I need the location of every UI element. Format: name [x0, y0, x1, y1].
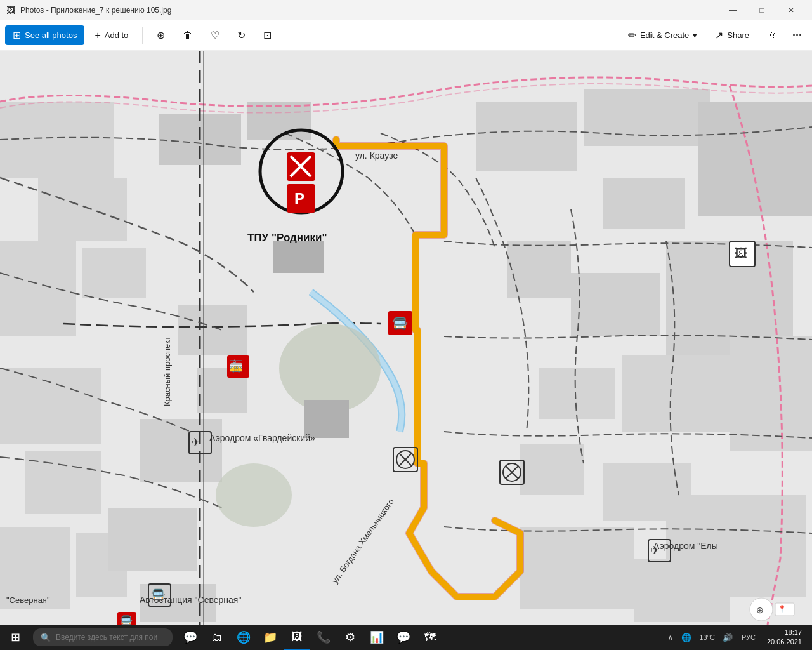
taskbar-apps: 💬 🗂 🌐 📁 🖼 📞 ⚙ 📊 💬 🗺 — [178, 625, 443, 650]
print-icon: 🖨 — [767, 30, 777, 41]
svg-text:🚋: 🚋 — [229, 359, 244, 373]
tray-volume[interactable]: 🔊 — [720, 632, 735, 644]
zoom-in-icon: ⊕ — [157, 29, 165, 41]
svg-text:🖼: 🖼 — [735, 246, 747, 260]
add-icon: + — [95, 30, 100, 41]
svg-text:🚍: 🚍 — [392, 315, 408, 331]
svg-rect-14 — [108, 508, 197, 571]
taskbar-app-cortana[interactable]: 💬 — [178, 625, 203, 650]
rotate-button[interactable]: ↻ — [230, 25, 253, 45]
svg-text:⊕: ⊕ — [756, 605, 764, 615]
svg-text:Аэродром «Гвардейский»: Аэродром «Гвардейский» — [209, 433, 315, 443]
delete-button[interactable]: 🗑 — [175, 26, 200, 45]
add-to-label: Add to — [105, 30, 129, 40]
svg-rect-30 — [634, 559, 730, 622]
svg-text:ТПУ "Родники": ТПУ "Родники" — [247, 232, 327, 244]
share-icon: ↗ — [715, 29, 723, 41]
crop-icon: ⊡ — [263, 29, 272, 41]
favorite-button[interactable]: ♡ — [203, 25, 227, 45]
see-all-photos-label: See all photos — [25, 30, 77, 40]
search-input[interactable] — [56, 633, 157, 642]
share-label: Share — [727, 30, 749, 40]
edit-create-button[interactable]: ✏ Edit & Create ▾ — [620, 25, 705, 45]
map-container: Красный проспект ул. Краузе ТПУ "Родники… — [0, 51, 812, 625]
svg-text:Красный проспект: Красный проспект — [162, 336, 172, 406]
heart-icon: ♡ — [211, 29, 219, 41]
photos-icon: ⊞ — [13, 29, 21, 41]
svg-rect-2 — [38, 178, 127, 241]
svg-text:🚍: 🚍 — [151, 588, 166, 602]
tray-clock[interactable]: 18:17 20.06.2021 — [762, 628, 807, 647]
taskbar-app-maps[interactable]: 🗺 — [417, 625, 443, 650]
edit-chevron-icon: ▾ — [693, 30, 697, 40]
svg-rect-21 — [571, 273, 660, 336]
zoom-in-button[interactable]: ⊕ — [149, 25, 173, 45]
delete-icon: 🗑 — [183, 30, 193, 41]
svg-rect-5 — [0, 368, 102, 444]
svg-rect-3 — [0, 241, 76, 336]
taskbar-app-filemanager[interactable]: 📁 — [258, 625, 283, 650]
tray-temperature: 13°C — [697, 632, 717, 642]
crop-button[interactable]: ⊡ — [256, 25, 279, 45]
svg-rect-29 — [520, 527, 634, 609]
svg-rect-35 — [273, 241, 324, 273]
window-title: Photos - Приложение_7 к решению 105.jpg — [20, 6, 171, 15]
svg-rect-19 — [603, 178, 685, 229]
taskbar-app-chrome[interactable]: 🌐 — [231, 625, 256, 650]
svg-text:📍: 📍 — [778, 604, 787, 613]
edit-icon: ✏ — [628, 29, 636, 41]
start-button[interactable]: ⊞ — [0, 625, 30, 650]
svg-rect-18 — [698, 102, 812, 216]
svg-rect-13 — [140, 419, 222, 482]
more-button[interactable]: ··· — [787, 26, 807, 44]
share-button[interactable]: ↗ Share — [707, 25, 757, 45]
svg-rect-6 — [25, 451, 102, 514]
taskbar-app-whatsapp[interactable]: 💬 — [391, 625, 416, 650]
svg-rect-23 — [539, 368, 615, 419]
svg-rect-17 — [584, 89, 710, 146]
svg-point-34 — [216, 463, 292, 527]
tray-time: 18:17 — [784, 628, 802, 637]
svg-rect-25 — [730, 336, 812, 451]
minimize-button[interactable]: — — [718, 0, 747, 20]
taskbar-app-excel[interactable]: 📊 — [364, 625, 390, 650]
tray-chevron[interactable]: ∧ — [665, 632, 676, 644]
toolbar-separator — [142, 27, 143, 44]
svg-text:✈: ✈ — [191, 436, 200, 449]
svg-text:✈: ✈ — [650, 544, 660, 557]
svg-rect-26 — [520, 444, 584, 495]
tray-network[interactable]: 🌐 — [679, 632, 694, 644]
svg-text:"Северная": "Северная" — [6, 595, 50, 605]
taskbar-app-explorer[interactable]: 🗂 — [204, 625, 230, 650]
svg-text:Аэродром "Елы: Аэродром "Елы — [653, 541, 718, 551]
taskbar-app-skype[interactable]: 📞 — [311, 625, 336, 650]
tray-language[interactable]: РУС — [738, 632, 759, 642]
svg-rect-24 — [622, 355, 736, 432]
title-bar: 🖼 Photos - Приложение_7 к решению 105.jp… — [0, 0, 812, 20]
taskbar-app-photos[interactable]: 🖼 — [284, 625, 310, 650]
search-icon: 🔍 — [41, 633, 51, 642]
svg-point-33 — [279, 324, 381, 413]
svg-text:🚍: 🚍 — [120, 614, 133, 625]
svg-rect-4 — [82, 248, 146, 298]
toolbar: ⊞ See all photos + Add to ⊕ 🗑 ♡ ↻ ⊡ ✏ Ed… — [0, 20, 812, 51]
map-image: Красный проспект ул. Краузе ТПУ "Родники… — [0, 51, 812, 625]
window-controls: — □ ✕ — [718, 0, 806, 20]
svg-rect-11 — [178, 305, 247, 355]
print-button[interactable]: 🖨 — [759, 26, 785, 45]
svg-text:P: P — [294, 190, 304, 207]
see-all-photos-button[interactable]: ⊞ See all photos — [5, 25, 84, 45]
svg-rect-36 — [304, 400, 349, 438]
svg-rect-16 — [476, 102, 577, 171]
taskbar-app-settings[interactable]: ⚙ — [337, 625, 363, 650]
add-to-button[interactable]: + Add to — [87, 26, 136, 45]
title-left: 🖼 Photos - Приложение_7 к решению 105.jp… — [6, 5, 171, 15]
search-box[interactable]: 🔍 — [33, 628, 173, 646]
svg-rect-1 — [0, 102, 114, 178]
rotate-icon: ↻ — [237, 29, 246, 41]
maximize-button[interactable]: □ — [747, 0, 776, 20]
tray-date: 20.06.2021 — [767, 637, 802, 647]
app-icon: 🖼 — [6, 5, 15, 15]
system-tray: ∧ 🌐 13°C 🔊 РУС 18:17 20.06.2021 — [665, 628, 812, 647]
close-button[interactable]: ✕ — [776, 0, 806, 20]
